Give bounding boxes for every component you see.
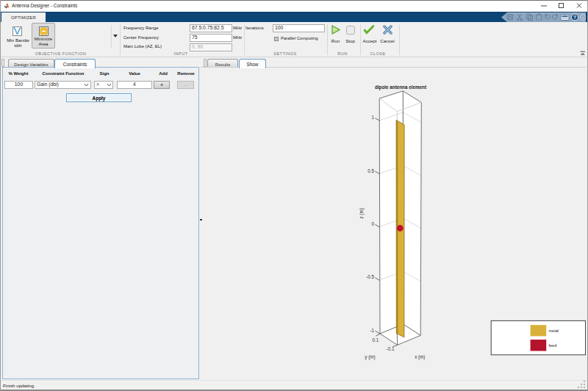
svg-text:0: 0: [371, 221, 374, 226]
svg-text:z (m): z (m): [359, 208, 365, 218]
svg-text:feed: feed: [549, 343, 557, 348]
svg-text:0.1: 0.1: [373, 337, 379, 342]
svg-text:-1: -1: [370, 328, 374, 333]
svg-text:1: 1: [371, 115, 374, 120]
svg-text:x (m): x (m): [415, 354, 425, 360]
svg-text:-0.5: -0.5: [366, 274, 374, 279]
svg-text:-0.1: -0.1: [387, 346, 395, 351]
svg-text:dipole antenna element: dipole antenna element: [375, 85, 427, 90]
svg-text:y (m): y (m): [365, 354, 375, 360]
svg-text:0.5: 0.5: [368, 168, 374, 173]
svg-text:metal: metal: [549, 329, 559, 333]
